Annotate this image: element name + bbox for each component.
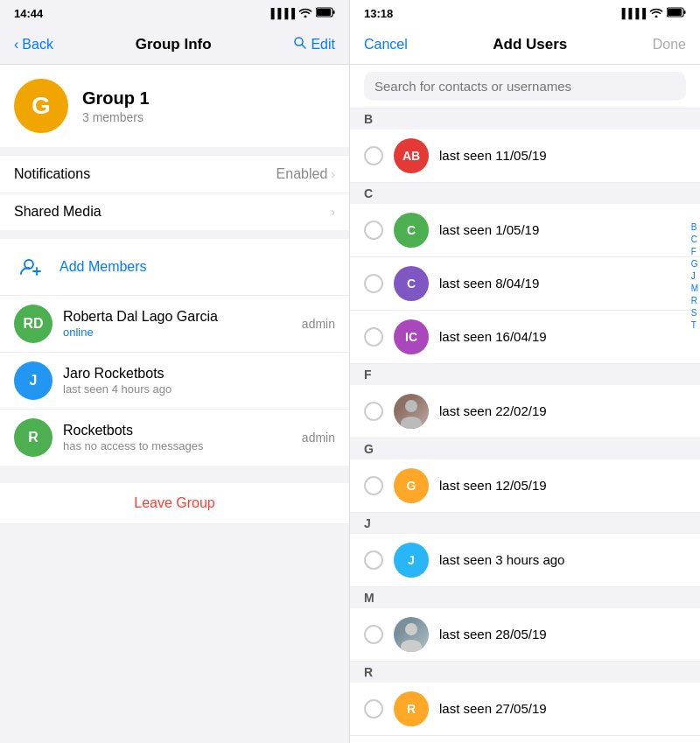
svg-point-13	[405, 623, 417, 635]
member-badge-r: admin	[302, 431, 335, 445]
member-status-rd: online	[63, 326, 291, 339]
contact-radio[interactable]	[364, 402, 383, 421]
contact-radio[interactable]	[364, 699, 383, 718]
contact-row[interactable]: IC last seen 16/04/19	[350, 311, 700, 364]
contact-last-seen: last seen 28/05/19	[439, 627, 547, 641]
shared-media-label: Shared Media	[14, 204, 102, 220]
contact-radio[interactable]	[364, 476, 383, 495]
group-members-count: 3 members	[82, 110, 150, 124]
contact-last-seen: last seen 27/05/19	[439, 701, 547, 716]
contact-info-f: last seen 22/02/19	[439, 403, 686, 419]
section-letter-j: J	[350, 513, 700, 534]
members-section: Add Members RD Roberta Dal Lago Garcia o…	[0, 239, 349, 466]
wifi-icon	[298, 7, 312, 19]
shared-media-arrow: ›	[331, 205, 335, 219]
signal-icon-right: ▐▐▐▐	[619, 8, 646, 18]
back-label: Back	[22, 37, 53, 53]
svg-rect-10	[684, 11, 686, 14]
status-icons-right: ▐▐▐▐	[619, 7, 686, 19]
section-letter-b: B	[350, 109, 700, 130]
contact-info-g: last seen 12/05/19	[439, 478, 686, 494]
svg-rect-1	[317, 9, 331, 16]
section-letter-c: C	[350, 183, 700, 204]
member-status-j: last seen 4 hours ago	[63, 382, 325, 396]
add-members-label: Add Members	[60, 259, 147, 275]
cancel-button[interactable]: Cancel	[364, 37, 408, 53]
contact-list: B AB last seen 11/05/19 C C last seen 1/…	[350, 109, 700, 743]
contact-last-seen: last seen 16/04/19	[439, 329, 547, 344]
right-panel: 13:18 ▐▐▐▐ Cancel Add Users Done	[350, 0, 700, 743]
chevron-icon-2: ›	[331, 205, 335, 219]
contact-row[interactable]: C last seen 1/05/19	[350, 204, 700, 257]
search-icon	[293, 36, 307, 53]
member-status-r: has no access to messages	[63, 439, 291, 452]
add-members-icon	[14, 249, 49, 284]
contact-info-j: last seen 3 hours ago	[439, 552, 686, 568]
alphabet-index[interactable]: B C F G J M R S T	[691, 222, 698, 331]
time-left: 14:44	[14, 7, 43, 20]
member-badge-rd: admin	[302, 317, 335, 331]
svg-line-4	[302, 45, 305, 48]
member-name-r: Rocketbots	[63, 423, 291, 438]
contact-row[interactable]: C last seen 8/04/19	[350, 257, 700, 311]
search-input[interactable]	[364, 72, 686, 101]
svg-rect-2	[333, 11, 335, 14]
svg-point-14	[401, 640, 422, 652]
contact-radio[interactable]	[364, 146, 383, 165]
group-header: G Group 1 3 members	[0, 65, 349, 147]
contact-avatar-g: G	[394, 468, 429, 503]
member-avatar-j: J	[14, 361, 52, 400]
nav-title-left: Group Info	[136, 36, 212, 53]
contact-row[interactable]: R last seen 27/05/19	[350, 683, 700, 736]
contact-row[interactable]: last seen 28/05/19	[350, 608, 700, 662]
shared-media-row[interactable]: Shared Media ›	[0, 193, 349, 230]
section-letter-m: M	[350, 587, 700, 608]
done-button: Done	[653, 37, 686, 53]
contact-row[interactable]: G last seen 12/05/19	[350, 459, 700, 513]
member-info-r: Rocketbots has no access to messages	[63, 423, 291, 452]
group-name: Group 1	[82, 88, 150, 109]
contact-row[interactable]: AB last seen 11/05/19	[350, 130, 700, 183]
member-name-j: Jaro Rocketbots	[63, 366, 325, 382]
divider-1	[0, 147, 349, 156]
section-letter-g: G	[350, 438, 700, 459]
member-avatar-r: R	[14, 418, 52, 457]
divider-3	[0, 466, 349, 474]
contact-radio[interactable]	[364, 221, 383, 240]
contact-radio[interactable]	[364, 327, 383, 347]
contact-row[interactable]: last seen 22/02/19	[350, 385, 700, 438]
svg-rect-9	[668, 9, 682, 16]
contact-radio[interactable]	[364, 274, 383, 293]
section-letter-r: R	[350, 662, 700, 683]
leave-section: Leave Group	[0, 483, 349, 523]
contact-info-c2: last seen 8/04/19	[439, 276, 686, 291]
contact-row[interactable]: J last seen 3 hours ago	[350, 534, 700, 587]
battery-icon	[316, 7, 335, 19]
back-button[interactable]: ‹ Back	[14, 37, 53, 53]
notifications-value: Enabled ›	[276, 166, 335, 182]
member-row[interactable]: RD Roberta Dal Lago Garcia online admin	[0, 296, 349, 353]
add-members-row[interactable]: Add Members	[0, 239, 349, 296]
contact-info-m: last seen 28/05/19	[439, 627, 686, 642]
chevron-left-icon: ‹	[14, 37, 18, 53]
divider-2	[0, 230, 349, 239]
contact-avatar-m	[394, 617, 429, 652]
status-bar-left: 14:44 ▐▐▐▐	[0, 0, 349, 25]
leave-group-row[interactable]: Leave Group	[0, 483, 349, 523]
contact-radio[interactable]	[364, 625, 383, 644]
settings-section: Notifications Enabled › Shared Media ›	[0, 156, 349, 230]
svg-point-12	[401, 417, 422, 429]
leave-group-label: Leave Group	[134, 495, 215, 510]
member-row[interactable]: J Jaro Rocketbots last seen 4 hours ago	[0, 353, 349, 410]
battery-icon-right	[667, 7, 686, 19]
group-avatar: G	[14, 79, 68, 133]
member-avatar-rd: RD	[14, 305, 52, 343]
member-row[interactable]: R Rocketbots has no access to messages a…	[0, 410, 349, 466]
contact-last-seen: last seen 1/05/19	[439, 222, 539, 237]
contact-radio[interactable]	[364, 550, 383, 570]
notifications-row[interactable]: Notifications Enabled ›	[0, 156, 349, 193]
nav-bar-left: ‹ Back Group Info Edit	[0, 25, 349, 65]
contact-avatar-c1: C	[394, 213, 429, 248]
edit-button[interactable]: Edit	[293, 36, 335, 53]
contact-info-ic: last seen 16/04/19	[439, 329, 686, 345]
